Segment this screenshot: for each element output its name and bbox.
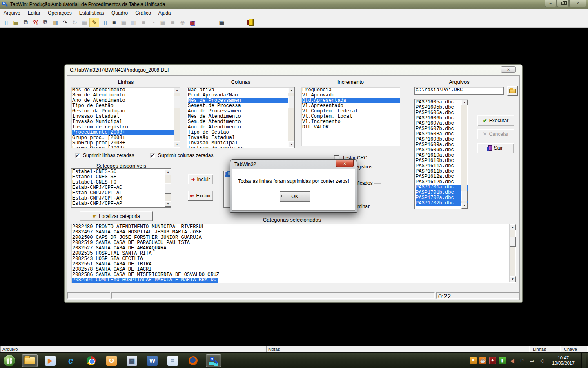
exit-door-icon[interactable] [247, 18, 256, 27]
selecoes-listbox[interactable]: Estabel-CNES-SCEstabel-CNES-SEEstabel-CN… [71, 168, 172, 208]
paste-table-icon[interactable]: ▥ [51, 18, 60, 27]
excluir-button[interactable]: ➜ Excluir [188, 191, 213, 201]
print-icon[interactable]: ≡ [109, 18, 118, 27]
colunas-item[interactable]: Ano de Processamen [188, 109, 294, 114]
scroll-down-icon[interactable]: ▼ [461, 203, 468, 209]
arquivo-item[interactable]: PASP1607a.dbc [416, 121, 468, 126]
action-center-flag-icon[interactable]: ⚐ [519, 357, 526, 364]
menu-quadro[interactable]: Quadro [108, 9, 131, 17]
arquivo-item[interactable]: PASP1611b.dbc [416, 169, 468, 174]
taskbar-word-button[interactable]: W [145, 354, 160, 367]
scroll-down-icon[interactable]: ▼ [174, 141, 180, 147]
arquivo-item[interactable]: PASP1606a.dbc [416, 110, 468, 116]
arquivo-item[interactable]: PASP1610a.dbc [416, 153, 468, 158]
show-desktop-button[interactable] [581, 353, 586, 368]
arquivo-item[interactable]: PASP1612a.dbc [416, 174, 468, 180]
scrollbar-thumb[interactable] [461, 191, 468, 201]
linhas-item[interactable]: Forma Organ [2008+ [72, 146, 180, 148]
calculator-icon[interactable]: ▦ [80, 18, 89, 27]
arquivo-item[interactable]: PASP1608b.dbc [416, 137, 468, 142]
modal-close-button[interactable]: × [336, 160, 354, 167]
sort-list-icon[interactable]: ≡ [139, 18, 148, 27]
arquivo-item[interactable]: PASP1701a.dbc [416, 185, 468, 190]
dictionary-icon[interactable]: ◫ [100, 18, 109, 27]
arquivo-item[interactable]: PASP1605b.dbc [416, 105, 468, 110]
menu-grafico[interactable]: Gráfico [131, 9, 155, 17]
colunas-item[interactable]: Sem.de Atendimento [188, 119, 294, 125]
start-button[interactable] [3, 355, 16, 367]
suprimir-linhas-checkbox[interactable]: ✓ Suprimir linhas zeradas [75, 153, 134, 158]
arquivos-listbox[interactable]: PASP1605a.dbcPASP1605b.dbcPASP1606a.dbcP… [414, 99, 468, 209]
categorias-scrollbar[interactable]: ▲ ▼ [509, 224, 515, 282]
pie-chart-icon[interactable]: ◔ [149, 18, 158, 27]
selecao-item[interactable]: Estab-CNPJ/CPF-AL [72, 191, 171, 196]
copy-table-icon[interactable]: ⧉ [41, 18, 50, 27]
colunas-item[interactable]: Semest.de Processa [188, 103, 294, 109]
java-tray-icon[interactable]: ☕ [479, 357, 486, 364]
scroll-down-icon[interactable]: ▼ [165, 201, 171, 207]
scroll-up-icon[interactable]: ▲ [510, 224, 516, 230]
localizar-categoria-button[interactable]: ☛ Localizar categoria [80, 211, 153, 221]
network-tray-icon[interactable]: ▭ [528, 357, 535, 364]
taskbar-firefox-button[interactable] [185, 354, 201, 367]
adobe-tool-tray-icon[interactable]: ✦ [489, 357, 496, 364]
arquivo-item[interactable]: PASP1609a.dbc [416, 142, 468, 148]
categoria-item[interactable]: 2082500 CAPS DR JOSE FORSTHER JUNIOR GUA… [72, 235, 203, 240]
menu-estatisticas[interactable]: Estatísticas [76, 9, 108, 17]
scroll-down-icon[interactable]: ▼ [510, 276, 516, 282]
arquivo-item[interactable]: PASP1606b.dbc [416, 116, 468, 121]
selecao-item[interactable]: Estabel-CNES-SC [72, 169, 171, 175]
open-def-icon[interactable]: ▤ [11, 18, 20, 27]
table-filter-icon[interactable]: ▦ [158, 18, 167, 27]
colunas-item[interactable]: Tipo de Gestão [188, 130, 294, 135]
linhas-item[interactable]: Invasão Municipal [72, 119, 180, 125]
arquivo-item[interactable]: PASP1701b.dbc [416, 190, 468, 195]
linhas-item[interactable]: Mês de Atendimento [72, 88, 180, 93]
linhas-scrollbar[interactable]: ▲ ▼ [174, 88, 180, 147]
taskbar-clock[interactable]: 10:47 10/05/2017 [548, 355, 579, 366]
taskbar-media-player-button[interactable]: ▶ [42, 354, 58, 367]
new-def-icon[interactable]: ▯ [2, 18, 11, 27]
def-close-button[interactable]: × [501, 66, 516, 73]
colunas-item[interactable]: Ano de Atendimento [188, 125, 294, 130]
categoria-item[interactable]: 2082527 SANTA CASA DE ARARAQUARA [72, 246, 168, 251]
arquivo-item[interactable]: PASP1608a.dbc [416, 132, 468, 137]
table-chart-icon[interactable]: ▥ [129, 18, 138, 27]
color-grid-icon[interactable]: ▦ [188, 18, 197, 27]
categoria-item[interactable]: 2082551 SANTA CASA DE IBIRA [72, 262, 153, 267]
linhas-item[interactable]: Instrum.de registro [72, 125, 180, 130]
antivirus-tray-icon[interactable]: ▮ [499, 357, 506, 364]
arquivos-path-input[interactable]: c:\rdsia\PA*.DBC [414, 87, 504, 95]
checkbox-checked-icon[interactable]: ✓ [150, 153, 155, 158]
selecao-item[interactable]: Estab-CNPJ/CPF-AP [72, 201, 171, 206]
taskbar-calculator-button[interactable]: ▦ [124, 354, 140, 367]
ok-button[interactable]: OK [280, 191, 310, 202]
linhas-item[interactable]: Invasão Estadual [72, 114, 180, 119]
cancelar-button[interactable]: ✕ Cancelar [477, 129, 514, 139]
speaker-tray-icon[interactable]: ◁ [538, 357, 545, 364]
colunas-scrollbar[interactable]: ▲ ▼ [288, 88, 294, 147]
colunas-item[interactable]: Prod.Aprovada/Não [188, 93, 294, 98]
categoria-item[interactable]: 2082578 SANTA CASA DE IACRI [72, 267, 153, 272]
import-table-icon[interactable]: ↷ [60, 18, 69, 27]
incremento-item[interactable]: Vl.Complem. Federal [302, 109, 400, 114]
categoria-item[interactable]: 2082543 HOSP STA CECILIA [72, 256, 145, 262]
scrollbar-thumb[interactable] [165, 183, 171, 194]
incremento-item[interactable]: Vl.Complem. Local [302, 114, 400, 119]
categoria-item[interactable]: 2082594 COMPLEXO HOSPITALAR MARCIA E MAR… [72, 278, 218, 283]
scroll-up-icon[interactable]: ▲ [461, 100, 468, 105]
scroll-down-icon[interactable]: ▼ [288, 141, 294, 147]
help-def-icon[interactable]: ?{ [31, 18, 40, 27]
categoria-item[interactable]: 2082519 SANTA CASA DE PARAGUACU PAULISTA [72, 240, 192, 246]
incremento-item[interactable]: Vl.Apresentado [302, 103, 400, 109]
colunas-item[interactable]: Mês de Processamen [188, 98, 294, 103]
align-list-icon[interactable]: ≡ [168, 18, 177, 27]
close-button[interactable]: × [569, 0, 586, 7]
restore-button[interactable] [557, 0, 569, 7]
categoria-item[interactable]: 2082489 PRONTO ATENDIMENTO MUNICIPAL RIV… [72, 224, 206, 230]
incremento-item[interactable]: Vl.Incremento [302, 119, 400, 125]
suprimir-colunas-checkbox[interactable]: ✓ Suprimir colunas zeradas [150, 153, 213, 158]
incremento-item[interactable]: Vl.Aprovado [302, 93, 400, 98]
edit-note-icon[interactable]: ✎ [90, 18, 99, 27]
taskbar-chrome-button[interactable] [83, 354, 99, 367]
